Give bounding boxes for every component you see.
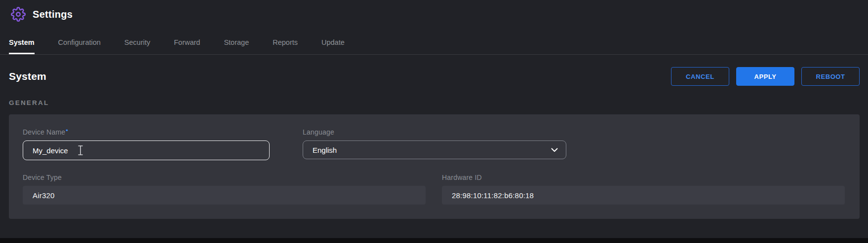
device-type-value: Air320 (23, 186, 426, 205)
language-selected-value: English (313, 146, 337, 154)
page-title: Settings (33, 9, 73, 20)
device-name-label-text: Device Name (23, 128, 65, 136)
action-buttons: CANCEL APPLY REBOOT (671, 67, 860, 86)
section-header-row: System CANCEL APPLY REBOOT (9, 67, 860, 86)
gear-icon (11, 7, 26, 22)
cancel-button[interactable]: CANCEL (671, 67, 729, 86)
reboot-button[interactable]: REBOOT (801, 67, 860, 86)
apply-button[interactable]: APPLY (736, 67, 794, 86)
chevron-down-icon (551, 148, 558, 152)
device-type-label: Device Type (23, 174, 426, 181)
language-label: Language (303, 128, 566, 136)
tab-configuration[interactable]: Configuration (58, 38, 101, 54)
tab-forward[interactable]: Forward (174, 38, 200, 54)
bottom-edge-strip (0, 238, 868, 243)
tab-bar: System Configuration Security Forward St… (0, 38, 868, 55)
hardware-id-field-group: Hardware ID 28:98:10:11:82:b6:80:18 (442, 174, 845, 205)
form-row-1: Device Name• Language English (23, 128, 845, 160)
form-row-2: Device Type Air320 Hardware ID 28:98:10:… (23, 174, 845, 205)
tab-system[interactable]: System (9, 38, 35, 54)
language-field-group: Language English (303, 128, 566, 160)
app-header: Settings (0, 0, 868, 24)
required-indicator: • (66, 127, 68, 134)
hardware-id-label: Hardware ID (442, 174, 845, 181)
group-label-general: GENERAL (9, 99, 868, 106)
device-name-field-group: Device Name• (23, 128, 270, 160)
device-type-field-group: Device Type Air320 (23, 174, 426, 205)
device-name-input-wrap (23, 140, 270, 160)
general-settings-card: Device Name• Language English Device Typ… (9, 114, 860, 219)
device-name-label: Device Name• (23, 128, 270, 136)
language-select[interactable]: English (303, 140, 566, 159)
tab-storage[interactable]: Storage (224, 38, 249, 54)
tab-security[interactable]: Security (124, 38, 150, 54)
tab-reports[interactable]: Reports (273, 38, 298, 54)
section-title: System (9, 70, 46, 82)
hardware-id-value: 28:98:10:11:82:b6:80:18 (442, 186, 845, 205)
device-name-input[interactable] (23, 140, 270, 160)
tab-update[interactable]: Update (321, 38, 345, 54)
